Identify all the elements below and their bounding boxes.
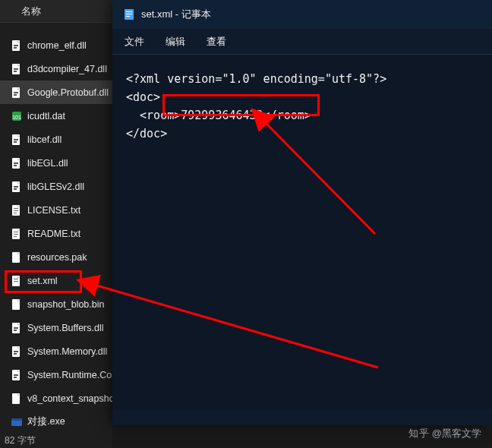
file-name-label: chrome_elf.dll (27, 40, 87, 51)
file-name-label: System.Memory.dll (27, 346, 107, 357)
svg-rect-8 (14, 94, 17, 96)
svg-rect-18 (14, 186, 18, 188)
notepad-menu-bar: 文件 编辑 查看 (112, 29, 492, 55)
svg-rect-13 (14, 141, 17, 143)
notepad-app-icon (123, 8, 135, 21)
file-item[interactable]: resources.pak (0, 245, 112, 269)
svg-rect-4 (14, 68, 18, 70)
dll-file-icon (11, 345, 23, 358)
notepad-title-bar[interactable]: set.xml - 记事本 (112, 0, 492, 29)
svg-rect-7 (14, 92, 18, 93)
txt-file-icon (11, 228, 23, 240)
svg-rect-5 (14, 71, 17, 72)
svg-text:101: 101 (12, 115, 21, 120)
svg-rect-16 (14, 165, 17, 166)
file-name-label: README.txt (27, 229, 80, 239)
notepad-window: set.xml - 记事本 文件 编辑 查看 <?xml version="1.… (112, 0, 492, 425)
svg-rect-22 (14, 210, 18, 211)
file-name-label: libEGL.dll (27, 158, 68, 169)
column-header-name[interactable]: 名称 (0, 0, 112, 23)
file-name-label: LICENSE.txt (27, 205, 80, 216)
dll-file-icon (11, 87, 23, 99)
svg-rect-35 (14, 330, 17, 331)
file-list: chrome_elf.dlld3dcompiler_47.dllGoogle.P… (0, 23, 112, 434)
svg-rect-46 (126, 11, 132, 12)
file-name-label: libGLESv2.dll (27, 181, 84, 192)
file-item[interactable]: 101icudtl.dat (0, 104, 112, 128)
file-name-label: v8_context_snapshot.bin (27, 393, 112, 404)
file-item[interactable]: README.txt (0, 222, 112, 245)
watermark-prefix: 知乎 (408, 427, 429, 439)
file-name-label: 对接.exe (27, 415, 65, 428)
file-file-icon (11, 251, 23, 263)
file-name-label: Google.Protobuf.dll (27, 87, 109, 98)
svg-rect-34 (14, 327, 18, 329)
dll-file-icon (11, 369, 23, 381)
file-name-label: System.Runtime.CompilerServices.Unsafe.d… (27, 370, 112, 380)
file-item[interactable]: 对接.exe (0, 410, 112, 434)
notepad-editor[interactable]: <?xml version="1.0" encoding="utf-8"?> <… (112, 55, 492, 409)
file-name-label: d3dcompiler_47.dll (27, 64, 107, 74)
svg-rect-23 (14, 213, 17, 213)
file-item[interactable]: System.Memory.dll (0, 339, 112, 363)
file-name-label: System.Buffers.dll (27, 323, 104, 333)
menu-file[interactable]: 文件 (125, 35, 144, 49)
txt-file-icon (11, 204, 23, 216)
file-file-icon (11, 298, 23, 311)
svg-rect-27 (14, 236, 17, 237)
watermark-author: @黑客文学 (432, 427, 481, 439)
svg-rect-12 (14, 139, 18, 140)
menu-view[interactable]: 查看 (207, 35, 226, 49)
file-item[interactable]: System.Buffers.dll (0, 316, 112, 339)
exe-file-icon (11, 416, 23, 428)
svg-rect-37 (14, 351, 18, 352)
status-bar: 82 字节 (0, 433, 112, 448)
svg-rect-44 (11, 418, 22, 421)
file-item[interactable]: chrome_elf.dll (0, 33, 112, 57)
file-item[interactable]: libGLESv2.dll (0, 175, 112, 198)
file-item[interactable]: snapshot_blob.bin (0, 292, 112, 316)
svg-rect-41 (14, 377, 17, 378)
svg-rect-38 (14, 353, 17, 355)
file-file-icon (11, 393, 23, 405)
svg-rect-26 (14, 234, 18, 235)
status-size: 82 字节 (5, 434, 36, 447)
dll-file-icon (11, 39, 23, 52)
file-name-label: resources.pak (27, 252, 87, 263)
notepad-title: set.xml - 记事本 (141, 8, 211, 21)
dll-file-icon (11, 322, 23, 334)
file-item[interactable]: Google.Protobuf.dll (0, 80, 112, 104)
file-item[interactable]: libEGL.dll (0, 151, 112, 175)
dat-file-icon: 101 (11, 110, 23, 122)
dll-file-icon (11, 181, 23, 193)
file-item[interactable]: libcef.dll (0, 128, 112, 151)
svg-rect-25 (14, 232, 18, 232)
svg-rect-40 (14, 374, 18, 376)
annotation-file-highlight (5, 270, 82, 293)
file-name-label: libcef.dll (27, 134, 62, 145)
file-name-label: icudtl.dat (27, 111, 65, 121)
svg-rect-48 (126, 16, 130, 17)
menu-edit[interactable]: 编辑 (166, 35, 185, 49)
file-explorer-panel: 名称 chrome_elf.dlld3dcompiler_47.dllGoogl… (0, 0, 112, 448)
svg-rect-19 (14, 188, 17, 190)
svg-rect-2 (14, 47, 17, 49)
file-name-label: snapshot_blob.bin (27, 299, 104, 310)
dll-file-icon (11, 134, 23, 146)
svg-rect-1 (14, 45, 18, 46)
svg-rect-21 (14, 208, 18, 209)
file-item[interactable]: System.Runtime.CompilerServices.Unsafe.d… (0, 363, 112, 386)
watermark: 知乎 @黑客文学 (408, 427, 481, 440)
dll-file-icon (11, 157, 23, 169)
file-item[interactable]: v8_context_snapshot.bin (0, 386, 112, 410)
dll-file-icon (11, 63, 23, 75)
file-item[interactable]: d3dcompiler_47.dll (0, 57, 112, 80)
svg-rect-47 (126, 14, 132, 14)
svg-rect-15 (14, 162, 18, 164)
file-item[interactable]: LICENSE.txt (0, 198, 112, 222)
